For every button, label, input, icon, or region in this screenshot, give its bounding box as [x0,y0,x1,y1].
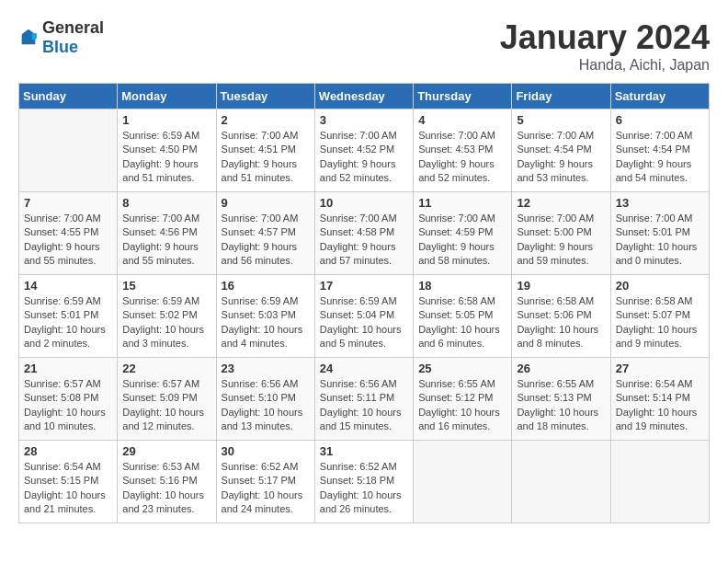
day-header-monday: Monday [118,84,216,109]
day-info: Sunrise: 6:56 AM Sunset: 5:10 PM Dayligh… [222,377,310,434]
day-info: Sunrise: 7:00 AM Sunset: 4:56 PM Dayligh… [122,212,210,269]
calendar-cell: 11Sunrise: 7:00 AM Sunset: 4:59 PM Dayli… [414,192,512,275]
day-info: Sunrise: 7:00 AM Sunset: 4:51 PM Dayligh… [222,129,310,186]
day-number: 18 [418,279,506,293]
page-header: General Blue January 2024 Handa, Aichi, … [18,18,710,74]
day-number: 20 [616,279,704,293]
day-info: Sunrise: 6:53 AM Sunset: 5:16 PM Dayligh… [122,460,210,517]
calendar-cell: 26Sunrise: 6:55 AM Sunset: 5:13 PM Dayli… [512,358,610,441]
day-header-friday: Friday [512,84,610,109]
day-number: 16 [222,279,310,293]
day-number: 29 [122,444,210,458]
day-info: Sunrise: 7:00 AM Sunset: 4:57 PM Dayligh… [222,212,310,269]
calendar-cell: 14Sunrise: 6:59 AM Sunset: 5:01 PM Dayli… [19,275,118,358]
day-number: 6 [616,113,704,127]
day-number: 21 [24,362,112,375]
day-number: 2 [222,113,310,127]
day-number: 5 [517,113,605,127]
day-info: Sunrise: 6:54 AM Sunset: 5:15 PM Dayligh… [24,460,112,517]
day-info: Sunrise: 7:00 AM Sunset: 4:52 PM Dayligh… [320,129,408,186]
day-number: 12 [517,196,605,210]
logo-text: General Blue [42,18,104,57]
calendar-cell: 2Sunrise: 7:00 AM Sunset: 4:51 PM Daylig… [216,109,314,192]
day-info: Sunrise: 7:00 AM Sunset: 5:01 PM Dayligh… [616,212,704,269]
day-info: Sunrise: 6:59 AM Sunset: 5:03 PM Dayligh… [222,294,310,351]
day-number: 17 [320,279,408,293]
calendar-cell: 13Sunrise: 7:00 AM Sunset: 5:01 PM Dayli… [610,192,709,275]
calendar-cell [610,441,709,523]
calendar-cell: 4Sunrise: 7:00 AM Sunset: 4:53 PM Daylig… [414,109,512,192]
day-number: 11 [418,196,506,210]
calendar-cell: 20Sunrise: 6:58 AM Sunset: 5:07 PM Dayli… [610,275,709,358]
day-number: 23 [222,362,310,375]
day-info: Sunrise: 6:59 AM Sunset: 5:02 PM Dayligh… [122,294,210,351]
day-number: 7 [24,196,112,210]
day-number: 1 [122,113,210,127]
day-header-saturday: Saturday [610,84,709,109]
calendar-cell: 19Sunrise: 6:58 AM Sunset: 5:06 PM Dayli… [512,275,610,358]
calendar-cell: 1Sunrise: 6:59 AM Sunset: 4:50 PM Daylig… [118,109,216,192]
day-number: 24 [320,362,408,375]
calendar-cell: 31Sunrise: 6:52 AM Sunset: 5:18 PM Dayli… [314,441,413,523]
calendar-cell: 17Sunrise: 6:59 AM Sunset: 5:04 PM Dayli… [314,275,413,358]
calendar-cell: 21Sunrise: 6:57 AM Sunset: 5:08 PM Dayli… [19,358,118,441]
calendar-cell [19,109,118,192]
day-number: 19 [517,279,605,293]
day-info: Sunrise: 6:59 AM Sunset: 4:50 PM Dayligh… [122,129,210,186]
day-number: 25 [418,362,506,375]
week-row-5: 28Sunrise: 6:54 AM Sunset: 5:15 PM Dayli… [19,441,710,523]
week-row-2: 7Sunrise: 7:00 AM Sunset: 4:55 PM Daylig… [19,192,710,275]
calendar-table: SundayMondayTuesdayWednesdayThursdayFrid… [18,83,710,523]
calendar-cell: 16Sunrise: 6:59 AM Sunset: 5:03 PM Dayli… [216,275,314,358]
calendar-cell: 24Sunrise: 6:56 AM Sunset: 5:11 PM Dayli… [314,358,413,441]
calendar-cell: 6Sunrise: 7:00 AM Sunset: 4:54 PM Daylig… [610,109,709,192]
day-info: Sunrise: 7:00 AM Sunset: 4:55 PM Dayligh… [24,212,112,269]
day-header-thursday: Thursday [414,84,512,109]
calendar-cell: 29Sunrise: 6:53 AM Sunset: 5:16 PM Dayli… [118,441,216,523]
day-number: 8 [122,196,210,210]
day-info: Sunrise: 7:00 AM Sunset: 4:59 PM Dayligh… [418,212,506,269]
calendar-cell: 25Sunrise: 6:55 AM Sunset: 5:12 PM Dayli… [414,358,512,441]
day-info: Sunrise: 7:00 AM Sunset: 5:00 PM Dayligh… [517,212,605,269]
day-number: 31 [320,444,408,458]
day-info: Sunrise: 6:58 AM Sunset: 5:07 PM Dayligh… [616,294,704,351]
day-info: Sunrise: 6:54 AM Sunset: 5:14 PM Dayligh… [616,377,704,434]
day-info: Sunrise: 6:57 AM Sunset: 5:08 PM Dayligh… [24,377,112,434]
day-header-tuesday: Tuesday [216,84,314,109]
logo-general: General [42,18,104,37]
day-number: 22 [122,362,210,375]
day-header-wednesday: Wednesday [314,84,413,109]
day-number: 14 [24,279,112,293]
day-number: 3 [320,113,408,127]
day-number: 27 [616,362,704,375]
day-info: Sunrise: 6:55 AM Sunset: 5:12 PM Dayligh… [418,377,506,434]
week-row-1: 1Sunrise: 6:59 AM Sunset: 4:50 PM Daylig… [19,109,710,192]
calendar-header-row: SundayMondayTuesdayWednesdayThursdayFrid… [19,84,710,109]
calendar-cell: 22Sunrise: 6:57 AM Sunset: 5:09 PM Dayli… [118,358,216,441]
calendar-cell: 12Sunrise: 7:00 AM Sunset: 5:00 PM Dayli… [512,192,610,275]
day-number: 28 [24,444,112,458]
calendar-cell: 15Sunrise: 6:59 AM Sunset: 5:02 PM Dayli… [118,275,216,358]
day-info: Sunrise: 6:58 AM Sunset: 5:05 PM Dayligh… [418,294,506,351]
day-info: Sunrise: 7:00 AM Sunset: 4:53 PM Dayligh… [418,129,506,186]
calendar-cell: 8Sunrise: 7:00 AM Sunset: 4:56 PM Daylig… [118,192,216,275]
title-block: January 2024 Handa, Aichi, Japan [500,18,710,74]
day-info: Sunrise: 7:00 AM Sunset: 4:58 PM Dayligh… [320,212,408,269]
day-number: 26 [517,362,605,375]
calendar-cell [414,441,512,523]
day-info: Sunrise: 6:52 AM Sunset: 5:17 PM Dayligh… [222,460,310,517]
day-info: Sunrise: 7:00 AM Sunset: 4:54 PM Dayligh… [517,129,605,186]
calendar-cell: 10Sunrise: 7:00 AM Sunset: 4:58 PM Dayli… [314,192,413,275]
calendar-cell: 18Sunrise: 6:58 AM Sunset: 5:05 PM Dayli… [414,275,512,358]
week-row-4: 21Sunrise: 6:57 AM Sunset: 5:08 PM Dayli… [19,358,710,441]
day-number: 13 [616,196,704,210]
day-info: Sunrise: 6:59 AM Sunset: 5:04 PM Dayligh… [320,294,408,351]
day-info: Sunrise: 6:52 AM Sunset: 5:18 PM Dayligh… [320,460,408,517]
calendar-cell: 30Sunrise: 6:52 AM Sunset: 5:17 PM Dayli… [216,441,314,523]
day-info: Sunrise: 6:57 AM Sunset: 5:09 PM Dayligh… [122,377,210,434]
calendar-cell: 5Sunrise: 7:00 AM Sunset: 4:54 PM Daylig… [512,109,610,192]
day-info: Sunrise: 7:00 AM Sunset: 4:54 PM Dayligh… [616,129,704,186]
month-title: January 2024 [500,18,710,57]
day-number: 4 [418,113,506,127]
calendar-cell [512,441,610,523]
